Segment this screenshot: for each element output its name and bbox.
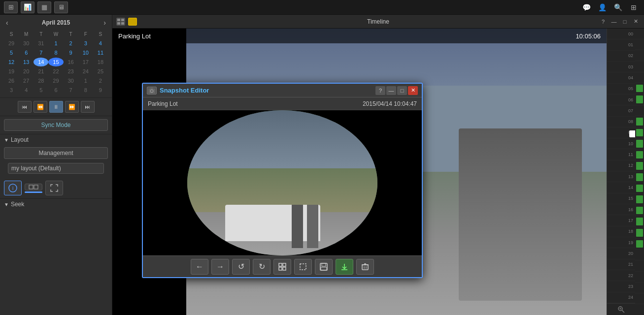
delete-btn[interactable] bbox=[356, 259, 374, 275]
cal-day[interactable]: 2 bbox=[64, 39, 78, 48]
snapshot-minimize-btn[interactable]: — bbox=[386, 86, 396, 95]
grid-icon[interactable]: ⊞ bbox=[4, 1, 18, 13]
cal-day[interactable]: 2 bbox=[93, 76, 108, 85]
time-label-04: 04 bbox=[607, 72, 635, 83]
cal-day[interactable]: 20 bbox=[19, 67, 34, 76]
cal-day[interactable]: 22 bbox=[48, 67, 63, 76]
timeline-close-btn[interactable]: ✕ bbox=[631, 18, 640, 26]
cal-day[interactable]: 26 bbox=[4, 76, 19, 85]
timeline-minimize-btn[interactable]: — bbox=[610, 18, 618, 26]
cal-day[interactable]: 7 bbox=[64, 86, 78, 94]
gb-cell-13 bbox=[635, 172, 644, 183]
cal-day[interactable]: 7 bbox=[34, 48, 48, 57]
skip-end-btn[interactable]: ⏭ bbox=[81, 101, 95, 113]
cal-day[interactable]: 31 bbox=[34, 39, 48, 48]
seek-thumb[interactable] bbox=[629, 130, 635, 137]
cal-day[interactable]: 8 bbox=[78, 86, 93, 94]
forward-btn[interactable]: → bbox=[211, 259, 229, 275]
camera-overlay-info: Parking Lot 10:05:06 bbox=[112, 29, 607, 43]
cal-day[interactable]: 29 bbox=[48, 76, 63, 85]
cal-day[interactable]: 10 bbox=[78, 48, 93, 57]
timeline-color-btn[interactable] bbox=[128, 18, 137, 26]
cal-day[interactable]: 3 bbox=[4, 86, 19, 94]
cal-day[interactable]: 24 bbox=[78, 67, 93, 76]
monitor-icon[interactable]: 🖥 bbox=[54, 1, 68, 13]
snapshot-editor-titlebar: Snapshot Editor ? — □ ✕ bbox=[143, 84, 422, 97]
cal-day[interactable]: 27 bbox=[19, 76, 34, 85]
cal-day[interactable]: 19 bbox=[4, 67, 19, 76]
cal-day[interactable]: 21 bbox=[34, 67, 48, 76]
timeline-main-area: Parking Lot 10:05:06 Snapshot Editor bbox=[112, 29, 644, 315]
search-icon[interactable]: 🔍 bbox=[611, 1, 624, 13]
svg-rect-14 bbox=[283, 267, 286, 270]
cal-day[interactable]: 23 bbox=[64, 67, 78, 76]
cal-day[interactable]: 4 bbox=[19, 86, 34, 94]
speech-icon[interactable]: 💬 bbox=[580, 1, 593, 13]
cal-day[interactable]: 1 bbox=[48, 39, 63, 48]
cal-day[interactable]: 6 bbox=[48, 86, 63, 94]
cal-day[interactable]: 25 bbox=[93, 67, 108, 76]
cal-day[interactable]: 3 bbox=[78, 39, 93, 48]
cal-day[interactable]: 18 bbox=[93, 58, 108, 66]
grid-view-btn[interactable] bbox=[273, 259, 291, 275]
skip-start-btn[interactable]: ⏮ bbox=[18, 101, 32, 113]
person-icon[interactable]: 👤 bbox=[596, 1, 609, 13]
undo-btn[interactable]: ↺ bbox=[232, 259, 250, 275]
cal-day[interactable]: 16 bbox=[64, 58, 78, 66]
cal-day[interactable]: 29 bbox=[4, 39, 19, 48]
save-file-btn[interactable] bbox=[315, 259, 333, 275]
cal-day[interactable]: 11 bbox=[93, 48, 108, 57]
green-bar bbox=[636, 195, 643, 203]
cal-day[interactable]: 6 bbox=[19, 48, 34, 57]
layout-arrow-icon: ▼ bbox=[4, 137, 9, 143]
layout-section-header[interactable]: ▼ Layout bbox=[0, 134, 112, 145]
cal-day-today[interactable]: 14 bbox=[34, 58, 48, 66]
cal-day[interactable]: 17 bbox=[78, 58, 93, 66]
zoom-icon-btn[interactable] bbox=[607, 303, 635, 315]
pause-btn[interactable]: ⏸ bbox=[49, 101, 63, 113]
green-bar bbox=[636, 173, 643, 181]
calendar-weeks: 29 30 31 1 2 3 4 5 6 7 8 9 bbox=[4, 39, 108, 94]
crop-btn[interactable] bbox=[294, 259, 312, 275]
snapshot-maximize-btn[interactable]: □ bbox=[397, 86, 407, 95]
chart-icon[interactable]: 📊 bbox=[21, 1, 34, 13]
cal-day[interactable]: 5 bbox=[34, 86, 48, 94]
cal-day[interactable]: 9 bbox=[64, 48, 78, 57]
cal-day[interactable]: 30 bbox=[64, 76, 78, 85]
redo-btn[interactable]: ↻ bbox=[253, 259, 271, 275]
info-icon-btn[interactable]: i bbox=[4, 181, 22, 195]
cal-day[interactable]: 28 bbox=[34, 76, 48, 85]
seek-section-header[interactable]: ▼ Seek bbox=[0, 198, 112, 210]
next-month-btn[interactable]: › bbox=[102, 19, 108, 27]
gb-cell-0 bbox=[635, 29, 644, 39]
prev-month-btn[interactable]: ‹ bbox=[4, 19, 10, 27]
cal-day[interactable]: 12 bbox=[4, 58, 19, 66]
cal-day[interactable]: 1 bbox=[78, 76, 93, 85]
next-btn[interactable]: ⏩ bbox=[65, 101, 79, 113]
grid2-icon[interactable]: ⊞ bbox=[627, 1, 640, 13]
cal-day[interactable]: 5 bbox=[4, 48, 19, 57]
back-btn[interactable]: ← bbox=[191, 259, 208, 275]
snapshot-close-btn[interactable]: ✕ bbox=[408, 86, 418, 95]
management-button[interactable]: Management bbox=[4, 147, 108, 159]
snapshot-help-btn[interactable]: ? bbox=[375, 86, 385, 95]
cal-day[interactable]: 9 bbox=[93, 86, 108, 94]
cal-day-selected[interactable]: 15 bbox=[48, 58, 63, 66]
download-btn[interactable] bbox=[336, 259, 353, 275]
layout-dropdown[interactable]: my layout (Default) layout 2 bbox=[8, 163, 104, 174]
cal-day[interactable]: 30 bbox=[19, 39, 34, 48]
cal-day[interactable]: 13 bbox=[19, 58, 34, 66]
day-header-m: M bbox=[19, 31, 34, 38]
layout-view-btn[interactable] bbox=[25, 184, 42, 190]
gb-cell-23 bbox=[635, 283, 644, 293]
prev-btn[interactable]: ⏪ bbox=[34, 101, 47, 113]
timeline-maximize-btn[interactable]: □ bbox=[620, 18, 629, 26]
timeline-help-btn[interactable]: ? bbox=[599, 18, 608, 26]
cal-day[interactable]: 8 bbox=[48, 48, 63, 57]
cal-day[interactable]: 4 bbox=[93, 39, 108, 48]
cal-week-3: 12 13 14 15 16 17 18 bbox=[4, 58, 108, 66]
layout-icon[interactable]: ▦ bbox=[37, 1, 51, 13]
sync-mode-button[interactable]: Sync Mode bbox=[4, 119, 108, 131]
fullscreen-btn[interactable] bbox=[45, 181, 63, 195]
svg-rect-18 bbox=[321, 267, 327, 270]
